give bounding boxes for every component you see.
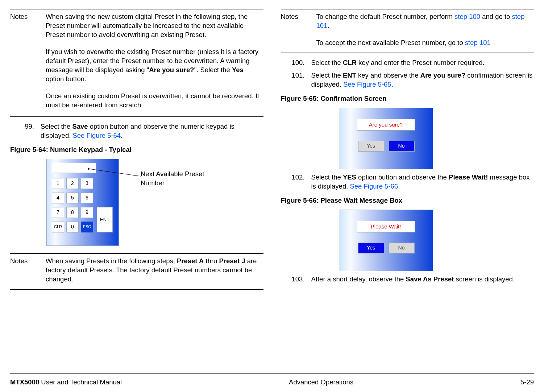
step-body: Select the Save option button and observ… [41, 122, 263, 140]
step-102: 102. Select the YES option button and ob… [281, 173, 534, 191]
step-body: Select the ENT key and observe the Are y… [311, 71, 534, 89]
page-columns: Notes When saving the new custom digital… [10, 9, 534, 290]
bold-text: YES [343, 173, 356, 181]
rule [10, 116, 263, 117]
key-8[interactable]: 8 [66, 207, 79, 218]
text: Select the [311, 59, 343, 66]
confirmation-screen: Are you sure? Yes No [339, 108, 433, 169]
notes-label: Notes [281, 12, 310, 21]
footer-page-number: 5-29 [520, 378, 534, 387]
key-4[interactable]: 4 [52, 193, 64, 203]
bold-text: ENT [343, 71, 356, 79]
bold-text: CLR [343, 59, 357, 66]
step-101: 101. Select the ENT key and observe the … [281, 71, 534, 89]
text: and go to [480, 13, 512, 20]
text: . [327, 22, 329, 29]
manual-title: User and Technical Manual [39, 378, 122, 386]
keypad-annotation: Next Available Preset Number [141, 170, 213, 188]
text: After a short delay, observe the [311, 275, 406, 283]
bold-text: Preset A [177, 257, 204, 265]
key-1[interactable]: 1 [52, 178, 64, 189]
keypad-panel: 1 2 3 4 5 6 7 8 9 CLR 0 ESC ENT [46, 159, 119, 246]
step-reference-link[interactable]: step 101 [465, 39, 491, 46]
key-2[interactable]: 2 [66, 178, 79, 189]
step-body: Select the YES option button and observe… [311, 173, 534, 191]
notes-paragraph: When saving Presets in the following ste… [46, 257, 263, 284]
notes-paragraph: To accept the next available Preset numb… [316, 38, 534, 48]
right-column: Notes To change the default Preset numbe… [281, 9, 534, 290]
notes-body: When saving the new custom digital Prese… [46, 12, 263, 114]
step-number: 101. [281, 71, 305, 89]
text: key and observe the [356, 71, 420, 79]
notes-block-3: Notes To change the default Preset numbe… [281, 12, 534, 50]
step-reference-link[interactable]: step 100 [454, 13, 480, 20]
no-button[interactable]: No [389, 243, 415, 253]
notes-body: To change the default Preset number, per… [316, 12, 534, 50]
figure-5-64-caption: Figure 5-64: Numeric Keypad - Typical [10, 145, 263, 154]
notes-paragraph: When saving the new custom digital Prese… [46, 12, 263, 40]
bold-text: Are you sure? [149, 66, 194, 74]
rule [10, 289, 263, 290]
text: . [398, 182, 400, 190]
text: thru [204, 257, 219, 265]
key-clr[interactable]: CLR [52, 222, 64, 232]
text: key and enter the Preset number required… [357, 59, 485, 66]
text: ". Select the [194, 66, 232, 74]
step-number: 102. [281, 173, 305, 191]
key-0[interactable]: 0 [66, 222, 79, 232]
key-9[interactable]: 9 [81, 207, 93, 218]
key-7[interactable]: 7 [52, 207, 64, 218]
bold-text: Yes [232, 66, 244, 74]
yes-button[interactable]: Yes [358, 243, 384, 253]
rule [281, 9, 534, 9]
text: option button. [46, 75, 86, 83]
bold-text: Are you sure? [420, 71, 465, 79]
text: Select the [41, 123, 72, 130]
text: To accept the next available Preset numb… [316, 39, 465, 46]
notes-paragraph: If you wish to overwrite the existing Pr… [46, 48, 263, 84]
text: Select the [311, 71, 343, 79]
notes-block-1: Notes When saving the new custom digital… [10, 12, 263, 114]
text: screen is displayed. [454, 275, 515, 283]
figure-reference-link[interactable]: See Figure 5-64 [72, 132, 121, 139]
figure-5-65-caption: Figure 5-65: Confirmation Screen [281, 94, 534, 103]
product-name: MTX5000 [10, 378, 39, 386]
dialog-message: Are you sure? [357, 119, 415, 131]
figure-5-66-caption: Figure 5-66: Please Wait Message Box [281, 196, 534, 205]
bold-text: Save As Preset [406, 275, 454, 283]
rule [10, 253, 263, 254]
text: option button and observe the [356, 173, 449, 181]
rule [281, 53, 534, 53]
bold-text: Save [72, 123, 88, 130]
text: Select the [311, 173, 343, 181]
rule [10, 9, 263, 9]
key-ent[interactable]: ENT [97, 207, 113, 232]
page-footer: MTX5000 User and Technical Manual Advanc… [10, 378, 534, 387]
text: To change the default Preset number, per… [316, 13, 455, 20]
notes-paragraph: Once an existing custom Preset is overwr… [46, 92, 263, 110]
notes-label: Notes [10, 12, 39, 21]
left-column: Notes When saving the new custom digital… [10, 9, 263, 290]
footer-center: Advanced Operations [289, 378, 353, 387]
no-button[interactable]: No [389, 141, 415, 152]
key-5[interactable]: 5 [66, 193, 79, 203]
step-99: 99. Select the Save option button and ob… [10, 122, 263, 140]
key-3[interactable]: 3 [81, 178, 93, 189]
step-number: 99. [10, 122, 34, 140]
please-wait-screen: Please Wait! Yes No [339, 210, 433, 271]
figure-reference-link[interactable]: See Figure 5-65 [343, 81, 391, 88]
text: When saving Presets in the following ste… [46, 257, 177, 265]
notes-block-2: Notes When saving Presets in the followi… [10, 257, 263, 286]
key-esc[interactable]: ESC [81, 222, 93, 232]
figure-reference-link[interactable]: See Figure 5-66 [350, 182, 398, 190]
yes-button[interactable]: Yes [358, 141, 384, 152]
step-body: Select the CLR key and enter the Preset … [311, 58, 534, 67]
step-100: 100. Select the CLR key and enter the Pr… [281, 58, 534, 67]
key-6[interactable]: 6 [81, 193, 93, 203]
dialog-message: Please Wait! [357, 221, 415, 232]
step-number: 103. [281, 275, 305, 284]
text: . [121, 132, 122, 139]
notes-body: When saving Presets in the following ste… [46, 257, 263, 286]
bold-text: Please Wait! [449, 173, 488, 181]
step-body: After a short delay, observe the Save As… [311, 275, 534, 284]
